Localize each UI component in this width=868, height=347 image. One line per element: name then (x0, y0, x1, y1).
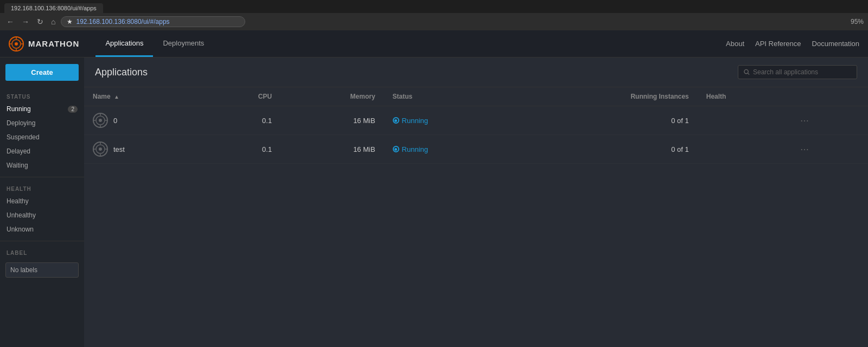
app-test-actions-cell: ⋯ (788, 135, 868, 164)
sidebar-divider-1 (0, 177, 84, 177)
nav-right: About API Reference Documentation (726, 40, 868, 48)
nav-about-link[interactable]: About (726, 40, 744, 48)
svg-point-11 (99, 119, 102, 122)
nav-tabs: Applications Deployments (95, 30, 214, 57)
app-test-cpu: 0.1 (205, 135, 280, 164)
sidebar-healthy-label: Healthy (7, 197, 29, 205)
col-cpu[interactable]: CPU (205, 87, 280, 106)
sidebar-item-delayed[interactable]: Delayed (0, 144, 84, 158)
app-test-health (698, 135, 789, 164)
browser-tabs: 192.168.100.136:8080/ui/#/apps (0, 0, 868, 13)
top-nav: MARATHON Applications Deployments About … (0, 30, 868, 57)
table-row[interactable]: 0 0.1 16 MiB Running 0 of (84, 106, 868, 135)
sidebar-item-deploying[interactable]: Deploying (0, 116, 84, 130)
search-icon (744, 69, 750, 75)
browser-actions: 95% (851, 18, 864, 25)
main-layout: Create STATUS Running 2 Deploying Suspen… (0, 57, 868, 347)
col-name[interactable]: Name ▲ (84, 87, 205, 106)
label-section-label: LABEL (0, 246, 84, 258)
app-0-health (698, 106, 789, 135)
sidebar-delayed-label: Delayed (7, 147, 30, 155)
status-section-label: STATUS (0, 89, 84, 102)
refresh-button[interactable]: ↻ (35, 16, 46, 27)
nav-documentation-link[interactable]: Documentation (812, 40, 859, 48)
sort-arrow-icon: ▲ (114, 94, 119, 100)
app-container: MARATHON Applications Deployments About … (0, 30, 868, 347)
table-body: 0 0.1 16 MiB Running 0 of (84, 106, 868, 164)
app-0-icon (93, 113, 108, 128)
search-box[interactable] (738, 65, 857, 79)
zoom-level: 95% (851, 18, 864, 25)
sidebar: Create STATUS Running 2 Deploying Suspen… (0, 57, 84, 347)
app-test-status-icon (393, 146, 399, 152)
app-test-memory: 16 MiB (280, 135, 384, 164)
star-icon: ★ (67, 18, 73, 25)
app-test-name-cell[interactable]: test (84, 135, 205, 164)
col-memory[interactable]: Memory (280, 87, 384, 106)
app-0-more-button[interactable]: ⋯ (797, 114, 812, 127)
col-health[interactable]: Health (698, 87, 789, 106)
logo-area: MARATHON (9, 36, 79, 52)
applications-table: Name ▲ CPU Memory Status Running Instanc… (84, 87, 868, 164)
url-bar[interactable]: ★ 192.168.100.136:8080/ui/#/apps (61, 16, 245, 27)
svg-point-7 (744, 69, 748, 73)
nav-tab-deployments[interactable]: Deployments (153, 30, 214, 57)
table-header: Name ▲ CPU Memory Status Running Instanc… (84, 87, 868, 106)
content-header: Applications (84, 57, 868, 87)
app-test-instances: 0 of 1 (513, 135, 698, 164)
sidebar-running-count: 2 (68, 106, 78, 113)
app-0-actions-cell: ⋯ (788, 106, 868, 135)
browser-chrome: 192.168.100.136:8080/ui/#/apps ← → ↻ ⌂ ★… (0, 0, 868, 30)
sidebar-item-unknown[interactable]: Unknown (0, 222, 84, 236)
app-test-status: Running (384, 135, 513, 164)
app-0-name-link[interactable]: 0 (113, 117, 117, 125)
app-test-name-link[interactable]: test (113, 145, 125, 153)
search-input[interactable] (753, 68, 851, 76)
sidebar-unhealthy-label: Unhealthy (7, 211, 36, 219)
col-actions (788, 87, 868, 106)
app-0-memory: 16 MiB (280, 106, 384, 135)
svg-line-8 (748, 73, 749, 74)
app-0-status-text: Running (402, 117, 428, 125)
svg-point-18 (99, 147, 102, 151)
browser-tab[interactable]: 192.168.100.136:8080/ui/#/apps (4, 3, 103, 13)
logo-text: MARATHON (28, 39, 79, 48)
table-container: Name ▲ CPU Memory Status Running Instanc… (84, 87, 868, 347)
app-0-instances: 0 of 1 (513, 106, 698, 135)
nav-api-reference-link[interactable]: API Reference (755, 40, 801, 48)
nav-tab-applications[interactable]: Applications (95, 30, 153, 57)
sidebar-divider-2 (0, 241, 84, 241)
back-button[interactable]: ← (4, 16, 16, 27)
sidebar-suspended-label: Suspended (7, 133, 40, 141)
marathon-logo-icon (9, 36, 24, 52)
app-test-more-button[interactable]: ⋯ (797, 143, 812, 156)
app-test-status-text: Running (402, 145, 428, 153)
browser-toolbar: ← → ↻ ⌂ ★ 192.168.100.136:8080/ui/#/apps… (0, 13, 868, 30)
page-title: Applications (95, 67, 148, 78)
app-0-cpu: 0.1 (205, 106, 280, 135)
sidebar-item-healthy[interactable]: Healthy (0, 194, 84, 208)
sidebar-unknown-label: Unknown (7, 226, 34, 233)
col-status[interactable]: Status (384, 87, 513, 106)
sidebar-item-unhealthy[interactable]: Unhealthy (0, 208, 84, 222)
create-button[interactable]: Create (5, 64, 79, 81)
sidebar-item-suspended[interactable]: Suspended (0, 130, 84, 144)
home-button[interactable]: ⌂ (49, 16, 58, 27)
app-0-name-cell[interactable]: 0 (84, 106, 205, 135)
url-text: 192.168.100.136:8080/ui/#/apps (76, 18, 169, 25)
table-row[interactable]: test 0.1 16 MiB Running 0 (84, 135, 868, 164)
sidebar-deploying-label: Deploying (7, 119, 35, 127)
no-labels-button[interactable]: No labels (5, 262, 79, 278)
sidebar-waiting-label: Waiting (7, 162, 28, 169)
content-area: Applications Name ▲ (84, 57, 868, 347)
app-0-status: Running (384, 106, 513, 135)
col-running-instances[interactable]: Running Instances (513, 87, 698, 106)
forward-button[interactable]: → (20, 16, 31, 27)
app-0-status-icon (393, 117, 399, 124)
app-test-icon (93, 142, 108, 157)
sidebar-item-running[interactable]: Running 2 (0, 102, 84, 116)
health-section-label: HEALTH (0, 182, 84, 194)
sidebar-running-label: Running (7, 105, 31, 113)
sidebar-item-waiting[interactable]: Waiting (0, 158, 84, 172)
svg-point-2 (15, 42, 18, 46)
